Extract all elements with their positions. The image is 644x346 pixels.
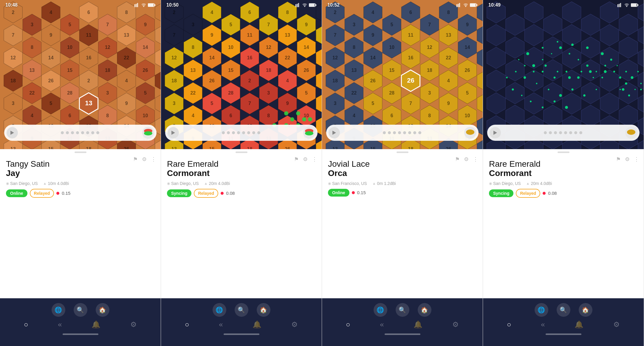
svg-point-305 <box>302 117 306 121</box>
info-top-icons[interactable]: ⚑ ⚙ ⋮ <box>133 156 156 163</box>
tab-back[interactable]: « <box>380 320 384 329</box>
device-name-line1: Rare Emerald <box>167 160 316 169</box>
svg-point-562 <box>559 46 562 49</box>
settings-icon[interactable]: ⚙ <box>303 156 308 163</box>
tab-settings[interactable]: ⚙ <box>452 320 459 329</box>
settings-icon[interactable]: ⚙ <box>464 156 469 163</box>
status-badge-primary: Syncing <box>489 189 513 197</box>
tab-notifications[interactable]: 🔔 <box>414 320 422 329</box>
tab-home[interactable]: ○ <box>346 320 350 329</box>
tab-notifications[interactable]: 🔔 <box>575 320 583 329</box>
svg-text:4: 4 <box>371 10 374 15</box>
tab-bar[interactable]: ○«🔔⚙ <box>483 317 644 332</box>
svg-marker-317 <box>171 131 175 135</box>
svg-text:9: 9 <box>305 22 308 27</box>
globe-nav-icon[interactable]: 🌐 <box>535 303 548 317</box>
play-button[interactable] <box>168 127 179 138</box>
play-button[interactable] <box>490 127 501 138</box>
tab-home[interactable]: ○ <box>185 320 189 329</box>
svg-point-595 <box>604 70 606 73</box>
home-nav-icon[interactable]: 🏠 <box>418 303 431 317</box>
svg-text:5: 5 <box>466 90 469 95</box>
flag-icon[interactable]: ⚑ <box>455 156 460 163</box>
flag-icon[interactable]: ⚑ <box>294 156 299 163</box>
svg-point-581 <box>565 106 568 109</box>
globe-nav-icon[interactable]: 🌐 <box>213 303 226 317</box>
more-icon[interactable]: ⋮ <box>151 156 156 163</box>
svg-text:11: 11 <box>408 33 414 38</box>
tab-notifications[interactable]: 🔔 <box>253 320 261 329</box>
svg-text:6: 6 <box>248 10 251 15</box>
info-top-icons[interactable]: ⚑ ⚙ ⋮ <box>455 156 478 163</box>
nav-icons[interactable]: 🌐🔍🏠 <box>213 298 270 317</box>
svg-point-561 <box>569 53 570 54</box>
svg-point-559 <box>586 64 589 67</box>
tab-back[interactable]: « <box>58 320 62 329</box>
nav-icons[interactable]: 🌐🔍🏠 <box>52 298 109 317</box>
nav-icons[interactable]: 🌐🔍🏠 <box>374 298 431 317</box>
home-nav-icon[interactable]: 🏠 <box>579 303 592 317</box>
map-area-3[interactable]: 2345678910789101112131415121314151618222… <box>322 0 483 149</box>
svg-text:15: 15 <box>67 68 72 73</box>
search-nav-icon[interactable]: 🔍 <box>74 303 87 317</box>
globe-nav-icon[interactable]: 🌐 <box>374 303 387 317</box>
svg-point-607 <box>640 89 642 90</box>
map-controls[interactable] <box>4 125 157 141</box>
tab-bar[interactable]: ○«🔔⚙ <box>161 317 322 332</box>
more-icon[interactable]: ⋮ <box>312 156 317 163</box>
more-icon[interactable]: ⋮ <box>473 156 478 163</box>
badge-row: SyncingRelayed0.08 <box>167 189 316 198</box>
play-button[interactable] <box>329 127 340 138</box>
svg-text:9: 9 <box>144 22 147 27</box>
play-button[interactable] <box>7 127 18 138</box>
svg-text:9: 9 <box>371 33 374 38</box>
map-area-2[interactable]: 2345678910789101112131415121314151618222… <box>161 0 322 149</box>
search-nav-icon[interactable]: 🔍 <box>557 303 570 317</box>
map-controls[interactable] <box>326 125 479 141</box>
info-top-icons[interactable]: ⚑ ⚙ ⋮ <box>616 156 639 163</box>
tab-bar[interactable]: ○«🔔⚙ <box>0 317 161 332</box>
svg-text:5: 5 <box>69 22 71 27</box>
home-nav-icon[interactable]: 🏠 <box>257 303 270 317</box>
more-icon[interactable]: ⋮ <box>634 156 639 163</box>
map-controls[interactable] <box>165 125 318 141</box>
svg-text:3: 3 <box>173 101 176 106</box>
settings-icon[interactable]: ⚙ <box>142 156 147 163</box>
search-nav-icon[interactable]: 🔍 <box>396 303 409 317</box>
svg-text:9: 9 <box>210 33 213 38</box>
svg-text:12: 12 <box>266 45 271 50</box>
layer-button <box>464 127 476 139</box>
svg-rect-614 <box>631 4 637 7</box>
tab-settings[interactable]: ⚙ <box>130 320 137 329</box>
svg-text:18: 18 <box>266 68 271 73</box>
home-nav-icon[interactable]: 🏠 <box>96 303 109 317</box>
map-area-4[interactable]: 10:49 <box>483 0 644 149</box>
nav-icons[interactable]: 🌐🔍🏠 <box>535 298 592 317</box>
tab-home[interactable]: ○ <box>507 320 511 329</box>
map-controls[interactable] <box>487 125 640 141</box>
svg-text:4: 4 <box>286 78 289 83</box>
tab-settings[interactable]: ⚙ <box>613 320 620 329</box>
tab-notifications[interactable]: 🔔 <box>92 320 100 329</box>
phone-panel-3: 2345678910789101112131415121314151618222… <box>322 0 483 346</box>
flag-icon[interactable]: ⚑ <box>616 156 621 163</box>
svg-point-313 <box>304 7 305 7</box>
settings-icon[interactable]: ⚙ <box>625 156 630 163</box>
tab-back[interactable]: « <box>219 320 223 329</box>
tab-home[interactable]: ○ <box>24 320 28 329</box>
svg-text:13: 13 <box>85 99 92 107</box>
tab-back[interactable]: « <box>541 320 545 329</box>
flag-icon[interactable]: ⚑ <box>133 156 138 163</box>
svg-text:14: 14 <box>143 45 148 50</box>
search-nav-icon[interactable]: 🔍 <box>235 303 248 317</box>
badge-row: Online0.15 <box>328 189 477 197</box>
map-area-1[interactable]: 2345678910789101112131415121314151618222… <box>0 0 161 149</box>
svg-text:14: 14 <box>304 45 309 50</box>
tab-settings[interactable]: ⚙ <box>291 320 298 329</box>
globe-nav-icon[interactable]: 🌐 <box>52 303 65 317</box>
svg-rect-473 <box>470 4 476 7</box>
tab-bar[interactable]: ○«🔔⚙ <box>322 317 483 332</box>
device-name-line2: Orca <box>328 169 477 178</box>
info-section: ⚑ ⚙ ⋮ Jovial LaceOrca◉San Francisco, US▲… <box>322 153 483 298</box>
info-top-icons[interactable]: ⚑ ⚙ ⋮ <box>294 156 317 163</box>
